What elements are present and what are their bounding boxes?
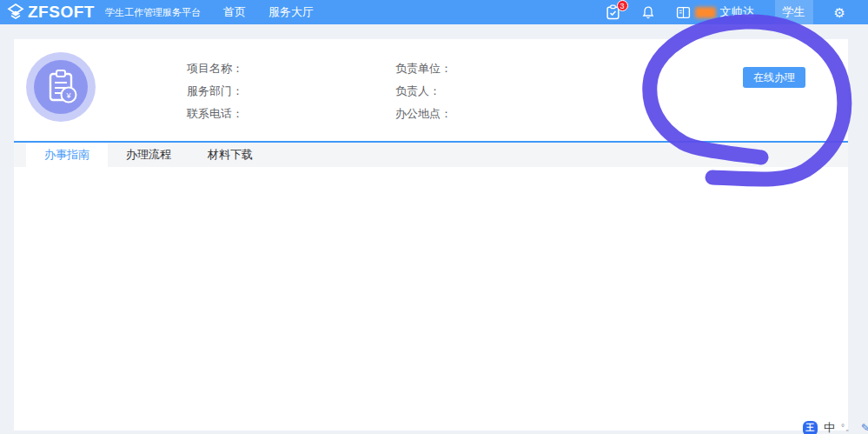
brand-name: ZFSOFT bbox=[28, 3, 95, 22]
ime-pen-icon[interactable]: ✎ bbox=[861, 422, 868, 434]
field-contact-phone: 联系电话： bbox=[187, 106, 243, 122]
notifications-button[interactable] bbox=[641, 5, 655, 20]
tab-content-empty bbox=[14, 167, 848, 431]
redacted-org-name bbox=[695, 7, 716, 18]
todo-button[interactable]: 3 bbox=[606, 4, 620, 20]
settings-gear-icon[interactable]: ⚙ bbox=[834, 6, 845, 19]
brand-subtitle: 学生工作管理服务平台 bbox=[105, 6, 201, 19]
bell-icon bbox=[641, 5, 655, 20]
service-detail-panel: ¥ 项目名称： 服务部门： 联系电话： 负责单位： 负责人： 办公地点： 在线办… bbox=[14, 39, 848, 431]
tab-process[interactable]: 办理流程 bbox=[108, 143, 189, 167]
nav-item-service-hall[interactable]: 服务大厅 bbox=[268, 4, 314, 20]
field-service-department: 服务部门： bbox=[187, 83, 243, 99]
top-header: ZFSOFT 学生工作管理服务平台 首页 服务大厅 3 bbox=[0, 0, 868, 24]
main-nav: 首页 服务大厅 bbox=[223, 4, 314, 20]
brand[interactable]: ZFSOFT 学生工作管理服务平台 bbox=[7, 3, 201, 22]
header-right-cluster: 3 文帅达 学生 ⚙ bbox=[606, 0, 845, 24]
field-office-location: 办公地点： bbox=[395, 106, 452, 122]
ime-mode-indicator[interactable]: 中 bbox=[824, 420, 835, 434]
detail-tabbar: 办事指南 办理流程 材料下载 bbox=[14, 141, 848, 167]
todo-count-badge: 3 bbox=[617, 0, 628, 11]
field-responsible-unit: 负责单位： bbox=[395, 61, 452, 77]
online-process-button[interactable]: 在线办理 bbox=[743, 67, 805, 88]
nav-item-home[interactable]: 首页 bbox=[223, 4, 246, 20]
role-tab-student[interactable]: 学生 bbox=[775, 0, 813, 24]
handbook-icon bbox=[676, 6, 691, 19]
ime-logo-icon[interactable]: 王 bbox=[803, 421, 818, 434]
ime-tools-icon[interactable]: °。 bbox=[841, 422, 855, 434]
user-info[interactable]: 文帅达 bbox=[676, 4, 754, 20]
clipboard-yuan-icon: ¥ bbox=[34, 60, 88, 114]
service-avatar: ¥ bbox=[26, 52, 96, 122]
field-project-name: 项目名称： bbox=[187, 61, 243, 77]
svg-text:¥: ¥ bbox=[65, 91, 71, 100]
tab-material-download[interactable]: 材料下载 bbox=[189, 143, 271, 167]
zfsoft-logo-icon bbox=[7, 3, 24, 21]
ime-toolbar[interactable]: 王 中 °。 ✎ bbox=[803, 420, 868, 434]
tab-guide[interactable]: 办事指南 bbox=[26, 143, 108, 167]
user-name: 文帅达 bbox=[720, 4, 754, 20]
field-person-in-charge: 负责人： bbox=[395, 83, 441, 99]
